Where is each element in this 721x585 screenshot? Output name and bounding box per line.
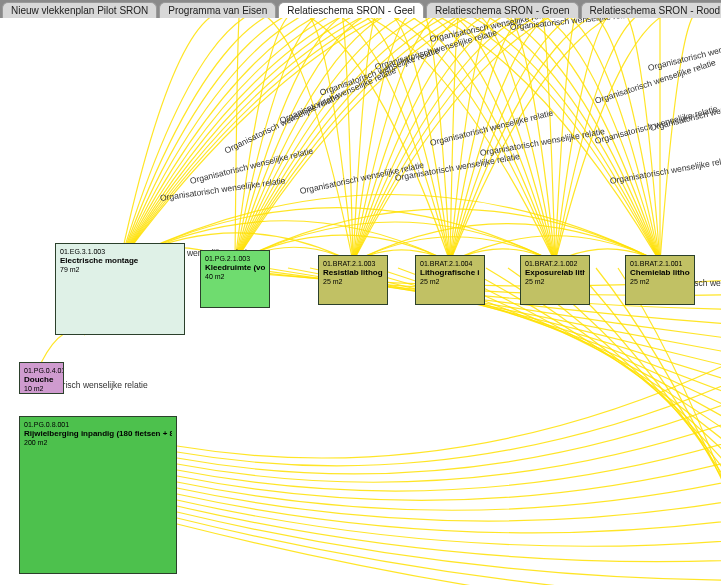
node-n6[interactable]: 01.PG.0.4.01Douche10 m2 bbox=[19, 362, 64, 394]
node-title: Kleedruimte (voorsluis en l bbox=[205, 263, 265, 272]
node-code: 01.BRAT.2.1.003 bbox=[323, 259, 383, 268]
node-n2[interactable]: 01.BRAT.2.1.003Resistlab lithogr.25 m2 bbox=[318, 255, 388, 305]
relation-label: Organisatorisch wenselijke relatie bbox=[223, 91, 341, 155]
node-area: 40 m2 bbox=[205, 272, 265, 281]
node-area: 25 m2 bbox=[525, 277, 585, 286]
node-area: 25 m2 bbox=[420, 277, 480, 286]
node-title: Resistlab lithogr. bbox=[323, 268, 383, 277]
tab-2[interactable]: Relatieschema SRON - Geel bbox=[278, 2, 424, 18]
node-code: 01.BRAT.2.1.002 bbox=[525, 259, 585, 268]
relation-label: Organisatorisch wenselijke relatie bbox=[159, 175, 286, 203]
node-area: 25 m2 bbox=[323, 277, 383, 286]
node-code: 01.BRAT.2.1.001 bbox=[630, 259, 690, 268]
node-title: Chemielab lithogr bbox=[630, 268, 690, 277]
node-area: 79 m2 bbox=[60, 265, 180, 274]
node-n0[interactable]: 01.EG.3.1.003Electrische montage79 m2 bbox=[55, 243, 185, 335]
node-title: Exposurelab litho bbox=[525, 268, 585, 277]
node-code: 01.EG.3.1.003 bbox=[60, 247, 180, 256]
relation-label: Organisatorisch wenselijke relatie bbox=[609, 154, 721, 186]
tab-0[interactable]: Nieuw vlekkenplan Pilot SRON bbox=[2, 2, 157, 18]
node-n4[interactable]: 01.BRAT.2.1.002Exposurelab litho25 m2 bbox=[520, 255, 590, 305]
node-code: 01.BRAT.2.1.004 bbox=[420, 259, 480, 268]
node-area: 200 m2 bbox=[24, 438, 172, 447]
node-code: 01.PG.0.4.01 bbox=[24, 366, 59, 375]
node-area: 25 m2 bbox=[630, 277, 690, 286]
node-area: 10 m2 bbox=[24, 384, 59, 393]
node-code: 01.PG.0.8.001 bbox=[24, 420, 172, 429]
node-n3[interactable]: 01.BRAT.2.1.004Lithografische inspectie2… bbox=[415, 255, 485, 305]
node-code: 01.PG.2.1.003 bbox=[205, 254, 265, 263]
node-n1[interactable]: 01.PG.2.1.003Kleedruimte (voorsluis en l… bbox=[200, 250, 270, 308]
tab-4[interactable]: Relatieschema SRON - Rood bbox=[581, 2, 721, 18]
node-n7[interactable]: 01.PG.0.8.001Rijwielberging inpandig (18… bbox=[19, 416, 177, 574]
tab-bar: Nieuw vlekkenplan Pilot SRONProgramma va… bbox=[0, 0, 721, 18]
node-title: Lithografische inspectie bbox=[420, 268, 480, 277]
diagram-canvas[interactable]: Organisatorisch wenselijke relatieOrgani… bbox=[0, 18, 721, 585]
node-n5[interactable]: 01.BRAT.2.1.001Chemielab lithogr25 m2 bbox=[625, 255, 695, 305]
node-title: Electrische montage bbox=[60, 256, 180, 265]
tab-1[interactable]: Programma van Eisen bbox=[159, 2, 276, 18]
tab-3[interactable]: Relatieschema SRON - Groen bbox=[426, 2, 579, 18]
node-title: Douche bbox=[24, 375, 59, 384]
node-title: Rijwielberging inpandig (180 fietsen + 8… bbox=[24, 429, 172, 438]
